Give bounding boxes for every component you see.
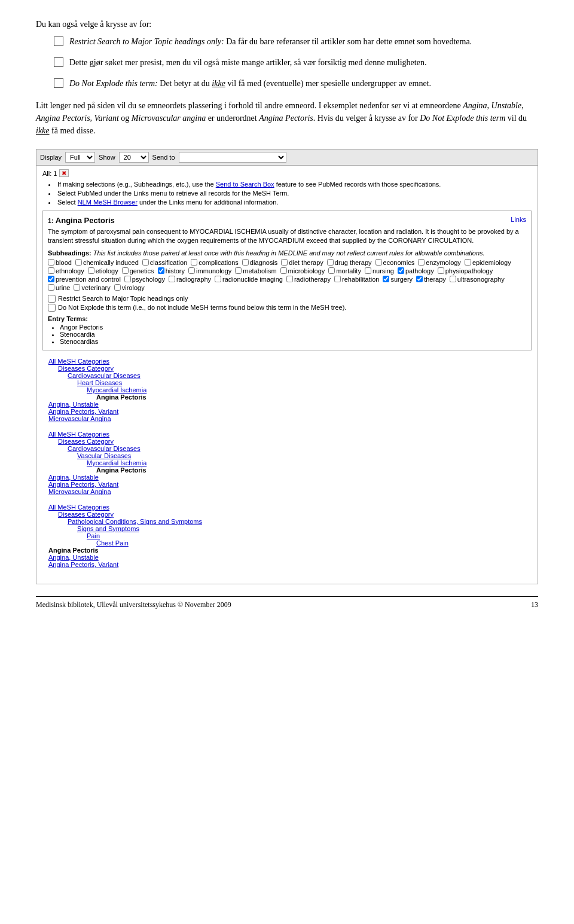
nlm-mesh-browser-link[interactable]: NLM MeSH Browser	[78, 199, 138, 206]
restrict-checkbox[interactable]	[48, 295, 56, 303]
cb-economics[interactable]	[375, 259, 382, 266]
entry-term-item: Stenocardia	[60, 331, 526, 338]
display-label: Display	[40, 154, 62, 161]
cb-history[interactable]	[158, 267, 164, 274]
cb-prevention-and-control[interactable]	[48, 276, 54, 282]
info-bullet-2: Select PubMed under the Links menu to re…	[48, 190, 532, 197]
cb-microbiology[interactable]	[280, 267, 287, 274]
cb-immunology[interactable]	[188, 267, 195, 274]
checkbox-item-economics: economics	[375, 259, 415, 266]
cat-item[interactable]: Heart Diseases	[77, 379, 526, 386]
cat-item[interactable]: Pain	[87, 532, 526, 539]
cat-item[interactable]: Microvascular Angina	[48, 415, 526, 422]
bullet-3-italic: Do Not Explode this term:	[69, 79, 158, 88]
cb-drug-therapy[interactable]	[327, 259, 334, 266]
cb-radiography[interactable]	[169, 276, 175, 282]
categories-section: All MeSH CategoriesDiseases CategoryCard…	[42, 354, 532, 580]
do-not-explode-checkbox[interactable]	[48, 304, 56, 312]
cat-item[interactable]: Diseases Category	[58, 365, 526, 372]
cb-virology[interactable]	[114, 284, 121, 291]
cat-item[interactable]: Angina Pectoris, Variant	[48, 561, 526, 568]
cb-ultrasonography[interactable]	[450, 276, 456, 282]
checkbox-item-radiotherapy: radiotherapy	[286, 276, 331, 283]
cb-radiotherapy[interactable]	[286, 276, 293, 282]
cat-item[interactable]: Angina, Unstable	[48, 401, 526, 408]
cat-item[interactable]: Signs and Symptoms	[77, 525, 526, 532]
cat-item: Angina Pectoris	[48, 547, 526, 554]
cb-ethnology[interactable]	[48, 267, 54, 274]
cat-item[interactable]: Angina, Unstable	[48, 474, 526, 481]
cat-item[interactable]: Cardiovascular Diseases	[68, 372, 526, 379]
cb-enzymology[interactable]	[418, 259, 425, 266]
cat-item[interactable]: Diseases Category	[58, 511, 526, 518]
cat-item[interactable]: Angina Pectoris, Variant	[48, 481, 526, 488]
cat-tree-title[interactable]: All MeSH Categories	[48, 431, 526, 438]
send-to-select[interactable]	[179, 152, 286, 163]
entry-title-group: 1: Angina Pectoris	[48, 216, 115, 225]
checkbox-item-virology: virology	[114, 284, 145, 291]
cb-mortality[interactable]	[328, 267, 335, 274]
links-label[interactable]: Links	[511, 216, 526, 225]
cat-item[interactable]: Pathological Conditions, Signs and Sympt…	[68, 518, 526, 525]
cat-item[interactable]: Vascular Diseases	[77, 452, 526, 459]
show-select[interactable]: 20	[119, 152, 149, 163]
cb-diagnosis[interactable]	[242, 259, 249, 266]
cb-classification[interactable]	[142, 259, 149, 266]
checkbox-item-enzymology: enzymology	[418, 259, 461, 266]
cb-pathology[interactable]	[398, 267, 404, 274]
cb-blood[interactable]	[48, 259, 54, 266]
checkbox-item-radiography: radiography	[169, 276, 211, 283]
entry-term-item: Angor Pectoris	[60, 324, 526, 331]
entry-terms-title: Entry Terms:	[48, 315, 526, 322]
entry-title: Angina Pectoris	[56, 216, 115, 225]
footer-left: Medisinsk bibliotek, Ullevål universitet…	[36, 600, 231, 609]
cat-item: Angina Pectoris	[96, 394, 526, 401]
checkbox-item-therapy: therapy	[416, 276, 446, 283]
cat-tree-title[interactable]: All MeSH Categories	[48, 504, 526, 511]
cat-item[interactable]: Myocardial Ischemia	[87, 459, 526, 466]
cat-item[interactable]: Angina, Unstable	[48, 554, 526, 561]
checkbox-item-genetics: genetics	[122, 267, 154, 275]
cb-metabolism[interactable]	[235, 267, 242, 274]
cb-physiopathology[interactable]	[438, 267, 444, 274]
info-bullets-list: If making selections (e.g., Subheadings,…	[42, 181, 532, 206]
display-select[interactable]: Full	[65, 152, 95, 163]
cat-item[interactable]: Myocardial Ischemia	[87, 386, 526, 394]
cb-veterinary[interactable]	[74, 284, 80, 291]
checkbox-item-radionuclide-imaging: radionuclide imaging	[215, 276, 283, 283]
checkbox-item-nursing: nursing	[365, 267, 394, 275]
checkbox-item-ethnology: ethnology	[48, 267, 84, 275]
cat-item[interactable]: Microvascular Angina	[48, 488, 526, 495]
cat-item[interactable]: Diseases Category	[58, 438, 526, 445]
cb-diet-therapy[interactable]	[281, 259, 288, 266]
cb-psychology[interactable]	[124, 276, 131, 282]
cb-complications[interactable]	[191, 259, 197, 266]
checkbox-item-diet-therapy: diet therapy	[281, 259, 323, 266]
all-count-row: All: 1 ✖	[42, 169, 532, 177]
bullet-checkbox-3	[54, 78, 63, 88]
cb-chemically-induced[interactable]	[75, 259, 82, 266]
cat-item[interactable]: Cardiovascular Diseases	[68, 445, 526, 452]
checkbox-item-psychology: psychology	[124, 276, 165, 283]
checkbox-item-blood: blood	[48, 259, 72, 266]
bullet-1-text: Restrict Search to Major Topic headings …	[69, 35, 472, 48]
page-footer: Medisinsk bibliotek, Ullevål universitet…	[36, 596, 538, 609]
screenshot-content: All: 1 ✖ If making selections (e.g., Sub…	[36, 166, 538, 584]
cb-urine[interactable]	[48, 284, 54, 291]
cb-surgery[interactable]	[383, 276, 389, 282]
cat-item[interactable]: Angina Pectoris, Variant	[48, 408, 526, 415]
cb-therapy[interactable]	[416, 276, 423, 282]
cb-etiology[interactable]	[88, 267, 94, 274]
cb-nursing[interactable]	[365, 267, 371, 274]
cb-epidemiology[interactable]	[465, 259, 471, 266]
checkbox-item-classification: classification	[142, 259, 187, 266]
cat-item[interactable]: Chest Pain	[96, 539, 526, 547]
clear-all-icon[interactable]: ✖	[59, 169, 69, 177]
restrict-label: Restrict Search to Major Topic headings …	[58, 295, 188, 302]
cat-tree-title[interactable]: All MeSH Categories	[48, 358, 526, 365]
show-label: Show	[99, 154, 115, 161]
send-to-search-box-link[interactable]: Send to Search Box	[216, 181, 274, 188]
cb-radionuclide-imaging[interactable]	[215, 276, 221, 282]
cb-genetics[interactable]	[122, 267, 129, 274]
cb-rehabilitation[interactable]	[334, 276, 341, 282]
